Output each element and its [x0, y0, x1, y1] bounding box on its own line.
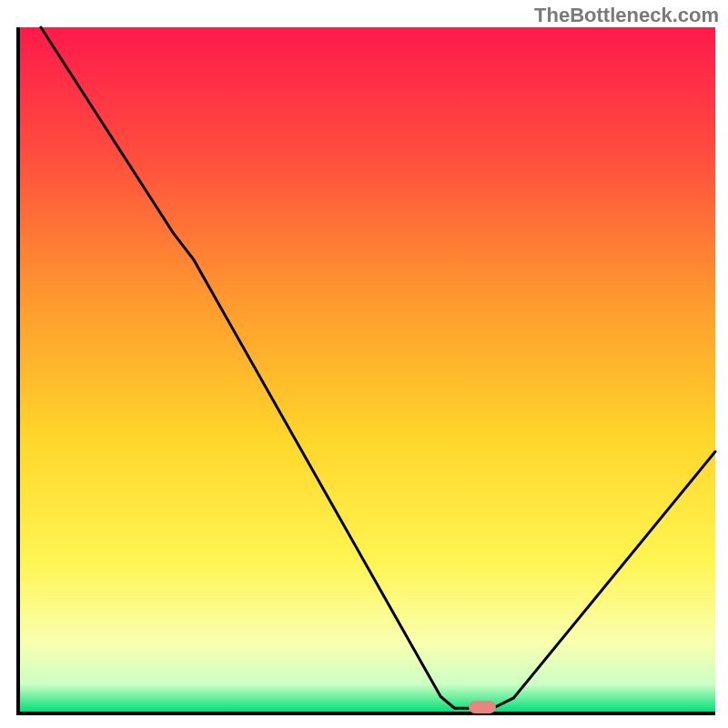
bottleneck-curve-path: [41, 27, 715, 708]
curve-layer: [20, 27, 715, 712]
optimal-point-marker: [469, 701, 496, 713]
watermark-text: TheBottleneck.com: [534, 4, 719, 27]
bottleneck-chart: [16, 27, 715, 715]
